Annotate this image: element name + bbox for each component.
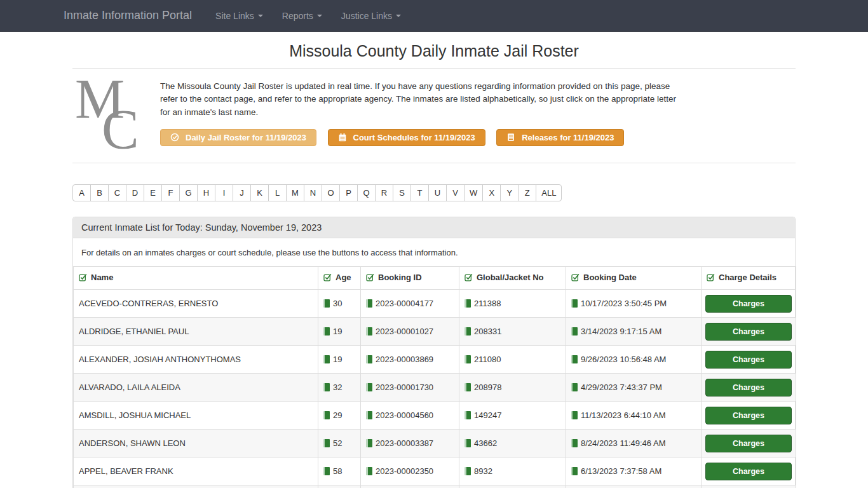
age-cell: 30 bbox=[318, 290, 361, 318]
alphabet-letter-button[interactable]: B bbox=[90, 184, 109, 201]
alphabet-letter-button[interactable]: K bbox=[250, 184, 269, 201]
alphabet-letter-button[interactable]: ALL bbox=[536, 184, 562, 201]
age-cell: 19 bbox=[318, 318, 361, 346]
book-icon bbox=[366, 327, 372, 336]
table-row: AMSDILL, JOSHUA MICHAEL 29 2023-00004560… bbox=[74, 402, 796, 430]
book-icon bbox=[465, 411, 471, 419]
name-cell: ARAGON, ADRIAN ANTHONY bbox=[74, 485, 318, 488]
book-icon bbox=[465, 383, 471, 391]
charges-button[interactable]: Charges bbox=[705, 351, 792, 369]
alphabet-letter-button[interactable]: C bbox=[108, 184, 126, 201]
book-icon bbox=[465, 439, 471, 447]
alphabet-letter-button[interactable]: N bbox=[304, 184, 322, 201]
alphabet-letter-button[interactable]: O bbox=[322, 184, 340, 201]
charges-cell: Charges bbox=[702, 458, 796, 485]
booking-date-cell: 11/13/2023 6:44:10 AM bbox=[566, 402, 702, 430]
book-icon bbox=[571, 383, 578, 391]
alphabet-letter-button[interactable]: T bbox=[410, 184, 429, 201]
nav-justice-links-label: Justice Links bbox=[341, 11, 392, 21]
table-row: ANDERSON, SHAWN LEON 52 2023-00003387 43… bbox=[74, 430, 796, 458]
list-icon bbox=[506, 133, 515, 142]
nav-site-links[interactable]: Site Links bbox=[206, 11, 273, 21]
booking-date-cell: 4/29/2023 7:43:37 PM bbox=[566, 374, 702, 402]
daily-jail-roster-button[interactable]: Daily Jail Roster for 11/19/2023 bbox=[160, 129, 316, 146]
alphabet-letter-button[interactable]: L bbox=[268, 184, 287, 201]
alphabet-letter-button[interactable]: I bbox=[215, 184, 233, 201]
charges-button[interactable]: Charges bbox=[705, 295, 792, 313]
name-cell: ANDERSON, SHAWN LEON bbox=[74, 430, 318, 458]
age-cell: 19 bbox=[318, 346, 361, 374]
nav-reports[interactable]: Reports bbox=[273, 11, 332, 21]
intro-text: The Missoula County Jail Roster is updat… bbox=[160, 80, 688, 119]
jacket-no-cell: 211080 bbox=[459, 346, 566, 374]
charges-button[interactable]: Charges bbox=[705, 379, 792, 396]
releases-label: Releases for 11/19/2023 bbox=[522, 133, 614, 142]
alphabet-letter-button[interactable]: X bbox=[482, 184, 501, 201]
book-icon bbox=[323, 383, 330, 391]
age-cell: 52 bbox=[318, 485, 361, 488]
name-cell: ALVARADO, LAILA ALEIDA bbox=[74, 374, 318, 402]
court-schedules-label: Court Schedules for 11/19/2023 bbox=[353, 133, 475, 142]
alphabet-letter-button[interactable]: J bbox=[233, 184, 251, 201]
charges-button[interactable]: Charges bbox=[705, 323, 792, 341]
table-row: ACEVEDO-CONTRERAS, ERNESTO 30 2023-00004… bbox=[74, 290, 796, 318]
jacket-no-cell: 149247 bbox=[459, 402, 566, 430]
booking-id-cell: 2023-00003869 bbox=[361, 346, 459, 374]
alphabet-letter-button[interactable]: U bbox=[428, 184, 447, 201]
alphabet-letter-button[interactable]: D bbox=[126, 184, 144, 201]
charges-cell: Charges bbox=[702, 485, 796, 488]
book-icon bbox=[366, 467, 372, 475]
column-header-charge-details: Charge Details bbox=[702, 267, 796, 290]
alphabet-letter-button[interactable]: V bbox=[446, 184, 465, 201]
nav-justice-links[interactable]: Justice Links bbox=[332, 11, 410, 21]
book-icon bbox=[571, 355, 578, 363]
alphabet-letter-button[interactable]: M bbox=[286, 184, 304, 201]
book-icon bbox=[323, 355, 330, 363]
alphabet-letter-button[interactable]: S bbox=[393, 184, 411, 201]
book-icon bbox=[571, 467, 578, 475]
check-circle-icon bbox=[170, 133, 179, 142]
alphabet-letter-button[interactable]: P bbox=[339, 184, 358, 201]
alphabet-letter-button[interactable]: A bbox=[72, 184, 91, 201]
column-header-name: Name bbox=[74, 267, 318, 290]
check-square-icon bbox=[571, 273, 580, 281]
alphabet-letter-button[interactable]: E bbox=[144, 184, 162, 201]
table-body: ACEVEDO-CONTRERAS, ERNESTO 30 2023-00004… bbox=[74, 290, 796, 488]
booking-date-cell: 11/14/2023 1:44:48 PM bbox=[566, 485, 702, 488]
alphabet-letter-button[interactable]: Q bbox=[357, 184, 376, 201]
table-header: Name Age Booking ID Global/Jacket No Boo… bbox=[74, 267, 796, 290]
book-icon bbox=[465, 355, 471, 363]
check-square-icon bbox=[79, 273, 87, 281]
booking-date-cell: 6/13/2023 7:37:58 AM bbox=[566, 458, 702, 485]
brand-link[interactable]: Inmate Information Portal bbox=[64, 9, 192, 22]
alphabet-letter-button[interactable]: H bbox=[197, 184, 215, 201]
column-header-booking-id: Booking ID bbox=[361, 267, 459, 290]
alphabet-letter-button[interactable]: R bbox=[375, 184, 393, 201]
alphabet-letter-button[interactable]: Y bbox=[500, 184, 519, 201]
table-row: ALEXANDER, JOSIAH ANTHONYTHOMAS 19 2023-… bbox=[74, 346, 796, 374]
alphabet-letter-button[interactable]: F bbox=[161, 184, 180, 201]
name-cell: AMSDILL, JOSHUA MICHAEL bbox=[74, 402, 318, 430]
booking-id-cell: 2023-00003387 bbox=[361, 430, 459, 458]
book-icon bbox=[571, 299, 578, 308]
column-header-age: Age bbox=[318, 267, 361, 290]
alphabet-letter-button[interactable]: Z bbox=[518, 184, 536, 201]
intro-section: M C The Missoula County Jail Roster is u… bbox=[72, 69, 796, 163]
charges-button[interactable]: Charges bbox=[705, 407, 792, 424]
mc-monogram-logo: M C bbox=[72, 79, 147, 156]
alphabet-letter-button[interactable]: W bbox=[464, 184, 483, 201]
alphabet-letter-button[interactable]: G bbox=[179, 184, 198, 201]
court-schedules-button[interactable]: Court Schedules for 11/19/2023 bbox=[328, 129, 485, 146]
charges-cell: Charges bbox=[702, 290, 796, 318]
charges-cell: Charges bbox=[702, 346, 796, 374]
book-icon bbox=[366, 439, 372, 447]
booking-id-cell: 2023-00004579 bbox=[361, 485, 459, 488]
action-button-row: Daily Jail Roster for 11/19/2023 Court S… bbox=[160, 129, 796, 146]
charges-cell: Charges bbox=[702, 430, 796, 458]
booking-id-cell: 2023-00001730 bbox=[361, 374, 459, 402]
book-icon bbox=[366, 383, 372, 391]
booking-date-cell: 8/24/2023 11:49:46 AM bbox=[566, 430, 702, 458]
charges-button[interactable]: Charges bbox=[705, 435, 792, 452]
releases-button[interactable]: Releases for 11/19/2023 bbox=[496, 129, 624, 146]
charges-button[interactable]: Charges bbox=[705, 463, 792, 480]
